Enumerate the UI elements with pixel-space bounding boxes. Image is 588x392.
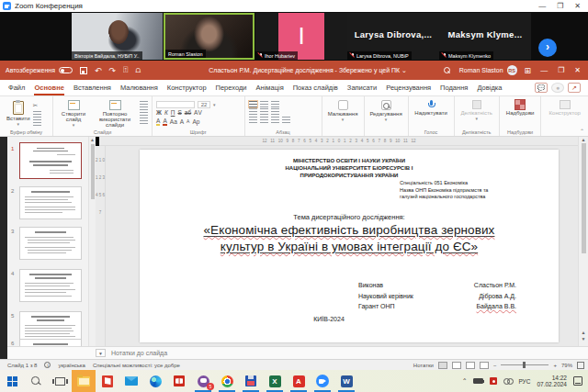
start-button[interactable] <box>0 370 24 392</box>
antivirus-tray-icon[interactable] <box>490 377 497 385</box>
search-icon[interactable] <box>444 67 450 73</box>
share-people-icon[interactable]: ⩍ <box>135 65 141 75</box>
viber-app-icon[interactable]: 5 <box>191 370 215 392</box>
file-explorer-icon[interactable] <box>72 370 96 392</box>
zoom-app-taskbar-icon[interactable] <box>311 370 334 392</box>
video-tile-maksym[interactable]: Maksym Klyme... Maksym Klymenko <box>439 13 531 60</box>
notes-pane[interactable]: ▼ Нотатки до слайда <box>7 346 588 359</box>
reset-icon[interactable] <box>140 109 148 116</box>
drawing-button[interactable]: Малювання▾ <box>326 99 360 123</box>
tab-animations[interactable]: Анімація <box>256 84 284 92</box>
taskbar-search-button[interactable] <box>24 370 48 392</box>
chrome-browser-icon[interactable] <box>215 370 239 392</box>
slide-1[interactable]: МІНІСТЕРСТВО ОСВІТИ І НАУКИ УКРАЇНИ НАЦІ… <box>140 150 559 342</box>
tab-slideshow[interactable]: Показ слайдів <box>293 84 338 92</box>
increase-indent-button[interactable] <box>260 108 268 115</box>
addins-button[interactable]: Надбудови <box>503 99 537 117</box>
scroll-up-icon[interactable]: ▲ <box>89 137 96 142</box>
autosave-toggle[interactable] <box>59 67 73 73</box>
acrobat-app-icon[interactable]: A <box>287 370 311 392</box>
language-indicator[interactable]: українська <box>58 363 85 368</box>
next-slide-button[interactable]: ▼ <box>579 336 588 342</box>
text-shadow-button[interactable]: аб <box>185 109 191 116</box>
bold-button[interactable]: Ж <box>156 109 162 116</box>
align-left-button[interactable] <box>249 117 257 123</box>
zoom-maximize-button[interactable]: ❐ <box>557 2 563 10</box>
edge-browser-icon[interactable] <box>143 370 167 392</box>
align-center-button[interactable] <box>260 117 268 123</box>
bullets-button[interactable] <box>249 101 257 107</box>
action-center-icon[interactable] <box>573 376 582 386</box>
text-direction-button[interactable] <box>271 108 279 115</box>
shrink-font-button[interactable]: А <box>187 118 189 124</box>
grow-font-button[interactable]: А <box>180 118 184 125</box>
char-spacing-button[interactable]: АV <box>194 109 202 116</box>
slide-thumbnail-3[interactable] <box>19 227 82 260</box>
collapse-ribbon-icon[interactable]: ⌃ <box>580 128 584 134</box>
section-icon[interactable] <box>140 118 148 124</box>
video-tile-ihor[interactable]: I Ihor Hubariev <box>255 13 347 60</box>
cut-icon[interactable]: ✂ <box>33 102 41 109</box>
font-size-box[interactable]: 22 <box>198 101 210 108</box>
start-slideshow-icon[interactable]: ⍐ <box>123 65 128 75</box>
tab-insert[interactable]: Вставлення <box>74 84 111 92</box>
video-tile-viktoriia[interactable]: Вікторія Байдала, НУБіП У.. <box>72 13 163 60</box>
justify-button[interactable] <box>282 117 290 123</box>
font-name-box[interactable] <box>156 101 195 108</box>
italic-button[interactable]: К <box>164 109 168 116</box>
clock[interactable]: 14:22 07.02.2024 <box>537 375 567 387</box>
tab-draw[interactable]: Малювання <box>120 84 158 92</box>
copy-icon[interactable] <box>33 111 41 118</box>
excel-app-icon[interactable]: X <box>263 370 287 392</box>
word-app-icon[interactable]: W <box>334 370 358 392</box>
accessibility-status[interactable]: Спеціальні можливості: усе добре <box>93 363 180 368</box>
clear-formatting-button[interactable]: Ар <box>192 118 199 125</box>
ebook-app-icon[interactable] <box>167 370 191 392</box>
scrollbar-thumb[interactable] <box>582 143 586 253</box>
tray-expand-icon[interactable]: ⌃ <box>462 377 467 385</box>
zoom-in-button[interactable]: + <box>553 363 557 368</box>
strikethrough-button[interactable]: S <box>177 109 181 116</box>
tab-help[interactable]: Довідка <box>477 84 502 92</box>
zoom-out-button[interactable]: − <box>493 363 497 368</box>
new-slide-button[interactable]: Створити слайд▾ <box>57 99 90 129</box>
language-tray-indicator[interactable]: РУС <box>518 378 530 385</box>
zoom-percentage[interactable]: 79% <box>561 363 572 368</box>
normal-view-button[interactable] <box>438 362 447 369</box>
save-utility-app-icon[interactable] <box>239 370 263 392</box>
undo-icon[interactable]: ↶ <box>95 66 102 75</box>
ppt-minimize-button[interactable]: — <box>540 66 548 74</box>
account-name[interactable]: Roman Slaston <box>459 67 503 73</box>
share-button[interactable]: ↗ <box>568 83 581 93</box>
scroll-up-icon[interactable]: ▲ <box>579 137 588 142</box>
zoom-minimize-button[interactable]: — <box>538 2 546 10</box>
video-tile-larysa[interactable]: Larysa Dibrova,... Larysa Dibrova, NUBiP <box>347 13 439 60</box>
notes-collapse-button[interactable]: ▼ <box>96 349 106 357</box>
reading-view-button[interactable] <box>466 362 475 369</box>
canvas-scrollbar[interactable]: ▲ ▲ ▼ <box>578 137 588 346</box>
reader-app-icon[interactable] <box>96 370 119 392</box>
editing-button[interactable]: Редагування▾ <box>368 99 404 123</box>
zoom-close-button[interactable]: ✕ <box>574 2 581 10</box>
tab-view[interactable]: Подання <box>440 84 468 92</box>
ppt-close-button[interactable]: ✕ <box>574 66 581 74</box>
layout-icon[interactable] <box>140 101 148 107</box>
battery-icon[interactable] <box>473 378 483 384</box>
task-view-button[interactable] <box>48 370 72 392</box>
underline-button[interactable]: П <box>171 109 175 116</box>
slide-thumbnail-6[interactable] <box>19 339 82 346</box>
tab-file[interactable]: Файл <box>8 84 25 92</box>
thumbnail-scrollbar[interactable]: ▲ <box>88 137 96 346</box>
numbering-button[interactable] <box>260 101 268 107</box>
font-color-button[interactable]: А <box>163 118 166 126</box>
paste-button[interactable]: Вставити▾ <box>4 99 33 128</box>
tab-record[interactable]: Записати <box>347 84 377 92</box>
align-right-button[interactable] <box>271 117 279 123</box>
save-icon[interactable] <box>80 67 87 74</box>
line-spacing-button[interactable] <box>271 101 279 107</box>
tab-transitions[interactable]: Переходи <box>216 84 247 92</box>
highlight-color-button[interactable]: А <box>156 118 160 126</box>
slide-sorter-view-button[interactable] <box>452 362 461 369</box>
connection-tray-icon[interactable] <box>503 378 512 384</box>
mail-app-icon[interactable] <box>119 370 143 392</box>
